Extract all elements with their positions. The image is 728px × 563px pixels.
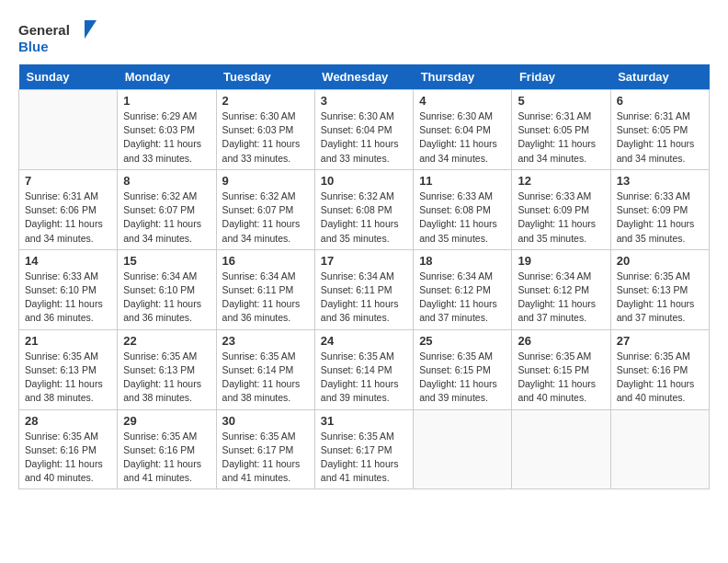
- calendar-cell: 10Sunrise: 6:32 AM Sunset: 6:08 PM Dayli…: [314, 169, 413, 249]
- logo-svg: GeneralBlue: [18, 18, 101, 55]
- day-info: Sunrise: 6:33 AM Sunset: 6:08 PM Dayligh…: [419, 190, 506, 246]
- day-info: Sunrise: 6:35 AM Sunset: 6:13 PM Dayligh…: [123, 350, 210, 406]
- calendar-cell: 6Sunrise: 6:31 AM Sunset: 6:05 PM Daylig…: [610, 90, 709, 170]
- day-info: Sunrise: 6:35 AM Sunset: 6:13 PM Dayligh…: [25, 350, 111, 406]
- day-info: Sunrise: 6:35 AM Sunset: 6:13 PM Dayligh…: [617, 270, 703, 326]
- calendar-cell: 27Sunrise: 6:35 AM Sunset: 6:16 PM Dayli…: [610, 329, 709, 409]
- day-info: Sunrise: 6:31 AM Sunset: 6:05 PM Dayligh…: [518, 109, 604, 166]
- svg-text:Blue: Blue: [18, 39, 49, 54]
- week-row-2: 7Sunrise: 6:31 AM Sunset: 6:06 PM Daylig…: [19, 169, 710, 249]
- day-number: 11: [419, 174, 506, 188]
- day-number: 7: [25, 174, 111, 188]
- day-number: 12: [518, 174, 604, 188]
- calendar-cell: 4Sunrise: 6:30 AM Sunset: 6:04 PM Daylig…: [414, 90, 512, 170]
- calendar-cell: 5Sunrise: 6:31 AM Sunset: 6:05 PM Daylig…: [512, 90, 610, 170]
- calendar-cell: 26Sunrise: 6:35 AM Sunset: 6:15 PM Dayli…: [512, 329, 610, 409]
- calendar-cell: 13Sunrise: 6:33 AM Sunset: 6:09 PM Dayli…: [610, 169, 709, 249]
- day-number: 30: [222, 414, 309, 428]
- calendar-cell: 22Sunrise: 6:35 AM Sunset: 6:13 PM Dayli…: [118, 329, 216, 409]
- calendar-cell: 31Sunrise: 6:35 AM Sunset: 6:17 PM Dayli…: [314, 409, 413, 489]
- day-number: 1: [123, 94, 210, 108]
- day-number: 19: [518, 254, 604, 268]
- day-number: 13: [617, 174, 703, 188]
- day-header-wednesday: Wednesday: [314, 64, 413, 90]
- calendar-cell: 12Sunrise: 6:33 AM Sunset: 6:09 PM Dayli…: [512, 169, 610, 249]
- day-info: Sunrise: 6:33 AM Sunset: 6:09 PM Dayligh…: [518, 190, 604, 246]
- day-info: Sunrise: 6:32 AM Sunset: 6:07 PM Dayligh…: [222, 190, 309, 246]
- calendar-cell: [512, 409, 610, 489]
- day-number: 28: [25, 414, 111, 428]
- day-number: 23: [222, 334, 309, 348]
- calendar-cell: 1Sunrise: 6:29 AM Sunset: 6:03 PM Daylig…: [118, 90, 216, 170]
- day-info: Sunrise: 6:35 AM Sunset: 6:15 PM Dayligh…: [419, 350, 506, 406]
- calendar-cell: 21Sunrise: 6:35 AM Sunset: 6:13 PM Dayli…: [19, 329, 118, 409]
- svg-marker-2: [85, 20, 97, 39]
- day-info: Sunrise: 6:30 AM Sunset: 6:04 PM Dayligh…: [419, 109, 506, 166]
- day-number: 31: [321, 414, 407, 428]
- calendar-cell: 19Sunrise: 6:34 AM Sunset: 6:12 PM Dayli…: [512, 249, 610, 329]
- calendar-cell: 2Sunrise: 6:30 AM Sunset: 6:03 PM Daylig…: [216, 90, 314, 170]
- day-number: 3: [321, 94, 407, 108]
- day-header-sunday: Sunday: [19, 64, 118, 90]
- day-number: 21: [25, 334, 111, 348]
- calendar-cell: 18Sunrise: 6:34 AM Sunset: 6:12 PM Dayli…: [414, 249, 512, 329]
- calendar-cell: 29Sunrise: 6:35 AM Sunset: 6:16 PM Dayli…: [118, 409, 216, 489]
- day-number: 29: [123, 414, 210, 428]
- day-info: Sunrise: 6:35 AM Sunset: 6:15 PM Dayligh…: [518, 350, 604, 406]
- day-number: 18: [419, 254, 506, 268]
- day-number: 2: [222, 94, 309, 108]
- calendar-cell: [19, 90, 118, 170]
- day-info: Sunrise: 6:31 AM Sunset: 6:05 PM Dayligh…: [617, 109, 703, 166]
- logo: GeneralBlue: [18, 18, 101, 55]
- calendar-cell: 20Sunrise: 6:35 AM Sunset: 6:13 PM Dayli…: [610, 249, 709, 329]
- calendar-cell: 16Sunrise: 6:34 AM Sunset: 6:11 PM Dayli…: [216, 249, 314, 329]
- calendar-cell: 23Sunrise: 6:35 AM Sunset: 6:14 PM Dayli…: [216, 329, 314, 409]
- day-info: Sunrise: 6:35 AM Sunset: 6:14 PM Dayligh…: [222, 350, 309, 406]
- svg-text:General: General: [18, 22, 70, 38]
- day-info: Sunrise: 6:34 AM Sunset: 6:12 PM Dayligh…: [419, 270, 506, 326]
- day-info: Sunrise: 6:32 AM Sunset: 6:07 PM Dayligh…: [123, 190, 210, 246]
- day-info: Sunrise: 6:35 AM Sunset: 6:16 PM Dayligh…: [123, 430, 210, 486]
- day-info: Sunrise: 6:34 AM Sunset: 6:10 PM Dayligh…: [123, 270, 210, 326]
- day-header-thursday: Thursday: [414, 64, 512, 90]
- week-row-3: 14Sunrise: 6:33 AM Sunset: 6:10 PM Dayli…: [19, 249, 710, 329]
- day-number: 6: [617, 94, 703, 108]
- day-header-tuesday: Tuesday: [216, 64, 314, 90]
- day-number: 26: [518, 334, 604, 348]
- day-info: Sunrise: 6:30 AM Sunset: 6:04 PM Dayligh…: [321, 109, 407, 166]
- day-info: Sunrise: 6:31 AM Sunset: 6:06 PM Dayligh…: [25, 190, 111, 246]
- day-info: Sunrise: 6:35 AM Sunset: 6:17 PM Dayligh…: [222, 430, 309, 486]
- day-header-monday: Monday: [118, 64, 216, 90]
- calendar-cell: 7Sunrise: 6:31 AM Sunset: 6:06 PM Daylig…: [19, 169, 118, 249]
- calendar-cell: 11Sunrise: 6:33 AM Sunset: 6:08 PM Dayli…: [414, 169, 512, 249]
- day-info: Sunrise: 6:35 AM Sunset: 6:16 PM Dayligh…: [25, 430, 111, 486]
- calendar-cell: 9Sunrise: 6:32 AM Sunset: 6:07 PM Daylig…: [216, 169, 314, 249]
- day-number: 5: [518, 94, 604, 108]
- day-info: Sunrise: 6:35 AM Sunset: 6:17 PM Dayligh…: [321, 430, 407, 486]
- day-info: Sunrise: 6:34 AM Sunset: 6:11 PM Dayligh…: [222, 270, 309, 326]
- header: GeneralBlue: [18, 18, 710, 55]
- day-number: 16: [222, 254, 309, 268]
- day-info: Sunrise: 6:34 AM Sunset: 6:11 PM Dayligh…: [321, 270, 407, 326]
- day-number: 24: [321, 334, 407, 348]
- calendar-cell: [610, 409, 709, 489]
- day-header-friday: Friday: [512, 64, 610, 90]
- day-number: 22: [123, 334, 210, 348]
- calendar-cell: 28Sunrise: 6:35 AM Sunset: 6:16 PM Dayli…: [19, 409, 118, 489]
- day-info: Sunrise: 6:32 AM Sunset: 6:08 PM Dayligh…: [321, 190, 407, 246]
- day-info: Sunrise: 6:35 AM Sunset: 6:14 PM Dayligh…: [321, 350, 407, 406]
- calendar-cell: 30Sunrise: 6:35 AM Sunset: 6:17 PM Dayli…: [216, 409, 314, 489]
- calendar-cell: 3Sunrise: 6:30 AM Sunset: 6:04 PM Daylig…: [314, 90, 413, 170]
- calendar-cell: 24Sunrise: 6:35 AM Sunset: 6:14 PM Dayli…: [314, 329, 413, 409]
- week-row-5: 28Sunrise: 6:35 AM Sunset: 6:16 PM Dayli…: [19, 409, 710, 489]
- header-row: SundayMondayTuesdayWednesdayThursdayFrid…: [19, 64, 710, 90]
- calendar-cell: [414, 409, 512, 489]
- calendar-cell: 17Sunrise: 6:34 AM Sunset: 6:11 PM Dayli…: [314, 249, 413, 329]
- day-number: 15: [123, 254, 210, 268]
- calendar-table: SundayMondayTuesdayWednesdayThursdayFrid…: [18, 64, 710, 489]
- day-info: Sunrise: 6:30 AM Sunset: 6:03 PM Dayligh…: [222, 109, 309, 166]
- day-number: 10: [321, 174, 407, 188]
- calendar-cell: 14Sunrise: 6:33 AM Sunset: 6:10 PM Dayli…: [19, 249, 118, 329]
- day-number: 8: [123, 174, 210, 188]
- day-number: 9: [222, 174, 309, 188]
